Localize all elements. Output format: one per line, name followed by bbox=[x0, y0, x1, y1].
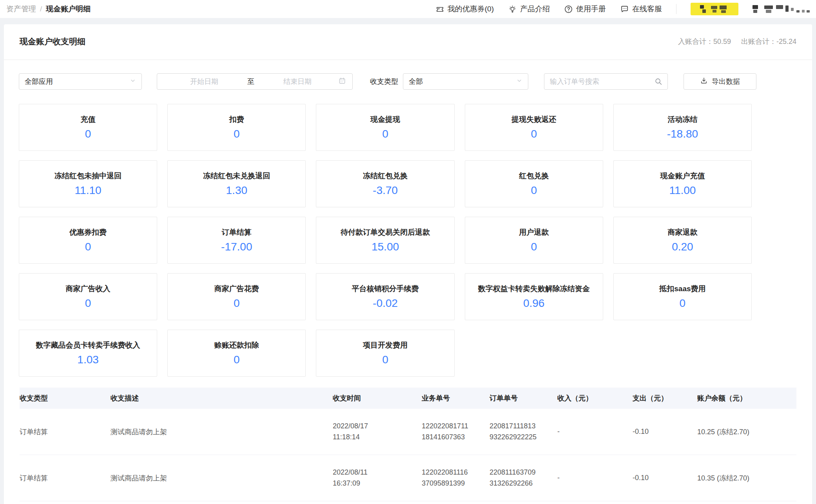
stat-card-activity-freeze: 活动冻结-18.80 bbox=[613, 104, 752, 151]
stat-label: 商家退款 bbox=[667, 227, 697, 237]
stat-value: -0.02 bbox=[373, 297, 398, 310]
biz-no-value: 12202208171118141607363 bbox=[422, 421, 471, 443]
stat-card-frozen-redpacket-nodraw-return: 冻结红包未抽中退回11.10 bbox=[19, 160, 157, 207]
stat-label: 数字权益卡转卖失败解除冻结资金 bbox=[478, 284, 590, 294]
stat-card-cash-account-recharge: 现金账户充值11.00 bbox=[613, 160, 752, 207]
cell-biz-no: 12202208111637095891399 bbox=[422, 467, 490, 489]
coupon-icon bbox=[435, 5, 444, 14]
cell-desc: 测试商品请勿上架 bbox=[111, 473, 333, 483]
stat-card-collection-card-resale-fee-income: 数字藏品会员卡转卖手续费收入1.03 bbox=[19, 330, 157, 377]
inflow-total: 入账合计：50.59 bbox=[678, 37, 731, 46]
stat-label: 订单结算 bbox=[222, 227, 252, 237]
time-value: 2022/08/17 11:18:14 bbox=[333, 421, 380, 443]
stat-value: 0.20 bbox=[672, 241, 693, 253]
breadcrumb-current: 现金账户明细 bbox=[46, 4, 91, 14]
question-circle-icon bbox=[564, 5, 573, 14]
stat-label: 现金提现 bbox=[370, 114, 400, 124]
my-coupons-button[interactable]: 我的优惠券(0) bbox=[435, 4, 494, 14]
stat-card-merchant-refund: 商家退款0.20 bbox=[613, 217, 752, 264]
stat-label: 赊账还款扣除 bbox=[214, 340, 259, 350]
date-to-label: 至 bbox=[245, 77, 257, 86]
search-icon[interactable] bbox=[654, 77, 663, 88]
stat-card-withdraw-fail-return: 提现失败返还0 bbox=[465, 104, 603, 151]
stat-label: 充值 bbox=[81, 114, 96, 124]
breadcrumb: 资产管理 / 现金账户明细 bbox=[6, 4, 91, 14]
date-start-placeholder: 开始日期 bbox=[163, 77, 245, 86]
stat-label: 商家广告收入 bbox=[66, 284, 111, 294]
order-search-input[interactable] bbox=[544, 73, 668, 90]
stat-value: 0 bbox=[85, 241, 91, 253]
stat-label: 现金账户充值 bbox=[660, 171, 705, 181]
cell-desc: 测试商品请勿上架 bbox=[111, 427, 333, 437]
stat-label: 冻结红包未兑换退回 bbox=[203, 171, 270, 181]
stat-label: 冻结红包未抽中退回 bbox=[54, 171, 121, 181]
product-intro-button[interactable]: 产品介绍 bbox=[508, 4, 550, 14]
chevron-down-icon bbox=[130, 78, 136, 86]
brand-name-masked bbox=[753, 4, 811, 14]
header-biz-no: 业务单号 bbox=[422, 393, 490, 403]
stat-label: 商家广告花费 bbox=[214, 284, 259, 294]
stat-label: 扣费 bbox=[229, 114, 244, 124]
user-manual-button[interactable]: 使用手册 bbox=[564, 4, 606, 14]
stat-card-user-refund: 用户退款0 bbox=[465, 217, 603, 264]
stat-value: 0 bbox=[234, 354, 240, 366]
breadcrumb-parent[interactable]: 资产管理 bbox=[6, 4, 36, 14]
online-support-button[interactable]: 在线客服 bbox=[620, 4, 662, 14]
header-desc: 收支描述 bbox=[111, 393, 333, 403]
cell-income: - bbox=[557, 474, 633, 482]
stat-card-merchant-ad-spend: 商家广告花费0 bbox=[167, 273, 306, 320]
stat-value: 0 bbox=[531, 184, 537, 197]
stat-card-deduction: 扣费0 bbox=[167, 104, 306, 151]
stat-value: 0 bbox=[234, 297, 240, 310]
my-coupons-label: 我的优惠券(0) bbox=[448, 4, 494, 14]
stat-card-project-dev-fee: 项目开发费用0 bbox=[316, 330, 454, 377]
header-type: 收支类型 bbox=[20, 393, 111, 403]
order-no-value: 220817111813932262922225 bbox=[490, 421, 539, 443]
header-order-no: 订单单号 bbox=[490, 393, 557, 403]
type-select[interactable]: 全部 bbox=[403, 73, 528, 90]
date-range-picker[interactable]: 开始日期 至 结束日期 bbox=[157, 73, 353, 90]
stat-label: 数字藏品会员卡转卖手续费收入 bbox=[36, 340, 140, 350]
stat-value: 0 bbox=[382, 128, 388, 140]
export-data-button[interactable]: 导出数据 bbox=[684, 73, 756, 90]
cell-order-no: 22081116370931326292266 bbox=[490, 467, 557, 489]
stat-card-order-settlement: 订单结算-17.00 bbox=[167, 217, 306, 264]
order-search bbox=[544, 73, 668, 90]
cell-balance: 10.35 (冻结2.70) bbox=[697, 473, 796, 483]
app-select-value: 全部应用 bbox=[25, 77, 53, 86]
stat-card-rights-card-resale-unfreeze: 数字权益卡转卖失败解除冻结资金0.96 bbox=[465, 273, 603, 320]
cell-expense: -0.10 bbox=[633, 428, 697, 436]
inflow-total-label: 入账合计： bbox=[678, 38, 713, 45]
brand-logo-badge bbox=[691, 3, 738, 15]
transactions-table: 收支类型 收支描述 收支时间 业务单号 订单单号 收入（元） 支出（元） 账户余… bbox=[20, 388, 796, 501]
stat-value: 0 bbox=[531, 241, 537, 253]
export-data-label: 导出数据 bbox=[712, 77, 740, 86]
table-row: 订单结算 测试商品请勿上架 2022/08/11 16:37:09 122022… bbox=[20, 455, 796, 501]
stat-label: 活动冻结 bbox=[667, 114, 697, 124]
cell-biz-no: 12202208171118141607363 bbox=[422, 421, 490, 443]
app-select[interactable]: 全部应用 bbox=[19, 73, 142, 90]
stat-card-saas-fee-deduction: 抵扣saas费用0 bbox=[613, 273, 752, 320]
stat-value: -17.00 bbox=[221, 241, 252, 253]
outflow-total: 出账合计：-25.24 bbox=[741, 37, 796, 46]
cell-order-no: 220817111813932262922225 bbox=[490, 421, 557, 443]
stat-label: 冻结红包兑换 bbox=[363, 171, 408, 181]
cell-type: 订单结算 bbox=[20, 473, 111, 483]
cell-time: 2022/08/11 16:37:09 bbox=[333, 467, 422, 489]
stat-value: 0 bbox=[382, 354, 388, 366]
stat-value: 0 bbox=[680, 297, 686, 310]
stat-card-pending-order-close-refund: 待付款订单交易关闭后退款15.00 bbox=[316, 217, 454, 264]
cell-income: - bbox=[557, 428, 633, 436]
calendar-icon bbox=[338, 77, 346, 87]
header-time: 收支时间 bbox=[333, 393, 422, 403]
stat-label: 平台核销积分手续费 bbox=[352, 284, 419, 294]
stat-card-frozen-redpacket-noexchange-return: 冻结红包未兑换退回1.30 bbox=[167, 160, 306, 207]
inflow-total-value: 50.59 bbox=[713, 38, 731, 45]
stat-card-redpacket-exchange: 红包兑换0 bbox=[465, 160, 603, 207]
stat-label: 红包兑换 bbox=[519, 171, 549, 181]
stat-value: 0 bbox=[85, 128, 91, 140]
stats-grid: 充值0 扣费0 现金提现0 提现失败返还0 活动冻结-18.80 冻结红包未抽中… bbox=[19, 104, 752, 377]
chat-icon bbox=[620, 5, 629, 14]
stat-value: 0 bbox=[234, 128, 240, 140]
cash-account-panel: 现金账户收支明细 入账合计：50.59 出账合计：-25.24 全部应用 开始日… bbox=[4, 24, 812, 504]
